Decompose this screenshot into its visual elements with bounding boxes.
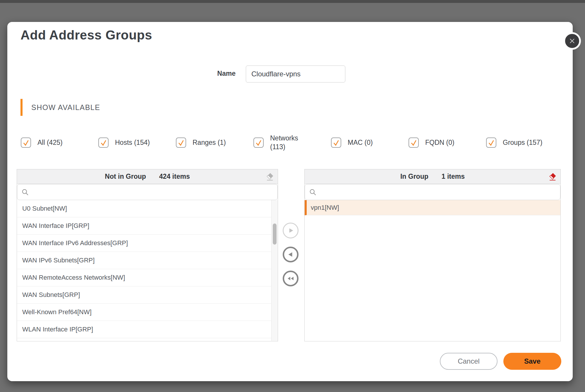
page-title: Add Address Groups bbox=[20, 28, 152, 42]
filter-ranges: Ranges (1) bbox=[176, 134, 253, 152]
remove-from-group-button[interactable] bbox=[283, 247, 298, 262]
section-heading: SHOW AVAILABLE bbox=[31, 103, 100, 112]
checkbox-all[interactable] bbox=[21, 137, 31, 148]
checkbox-networks[interactable] bbox=[253, 137, 264, 148]
filter-label: Networks (113) bbox=[270, 134, 314, 152]
add-address-groups-dialog: Add Address Groups Name SHOW AVAILABLE A… bbox=[7, 22, 573, 381]
list-item[interactable]: WAN IPv6 Subnets[GRP] bbox=[17, 252, 271, 269]
clear-search-button[interactable] bbox=[265, 172, 274, 181]
list-item[interactable]: WAN Interface IP[GRP] bbox=[17, 217, 271, 235]
search-icon bbox=[309, 188, 317, 196]
scrollbar-thumb[interactable] bbox=[273, 223, 277, 245]
filter-fqdn: FQDN (0) bbox=[409, 134, 486, 152]
show-available-section: SHOW AVAILABLE bbox=[20, 99, 100, 116]
checkbox-mac[interactable] bbox=[331, 137, 341, 148]
move-to-group-button[interactable] bbox=[283, 223, 298, 238]
not-in-group-list: U0 Subnet[NW] WAN Interface IP[GRP] WAN … bbox=[17, 200, 278, 341]
type-filter-row: All (425) Hosts (154) Ranges (1) Network… bbox=[21, 134, 564, 152]
check-icon bbox=[254, 138, 263, 147]
eraser-icon bbox=[265, 172, 274, 181]
list-item[interactable]: U0 Subnet[NW] bbox=[17, 200, 271, 217]
check-icon bbox=[177, 138, 186, 147]
page-top-band bbox=[0, 0, 585, 3]
check-icon bbox=[409, 138, 418, 147]
panel-count: 424 items bbox=[159, 173, 190, 180]
cancel-button[interactable]: Cancel bbox=[440, 353, 497, 370]
panel-title: In Group bbox=[400, 173, 428, 180]
check-icon bbox=[332, 138, 341, 147]
filter-label: All (425) bbox=[37, 138, 63, 147]
search-icon bbox=[21, 188, 29, 196]
filter-groups: Groups (157) bbox=[486, 134, 564, 152]
filter-label: Ranges (1) bbox=[193, 138, 226, 147]
list-item[interactable]: WLAN Interface IP[GRP] bbox=[17, 321, 271, 338]
checkbox-fqdn[interactable] bbox=[409, 137, 419, 148]
arrow-left-icon bbox=[287, 251, 294, 258]
filter-mac: MAC (0) bbox=[331, 134, 409, 152]
panel-count: 1 items bbox=[442, 173, 465, 180]
not-in-group-header: Not in Group 424 items bbox=[17, 169, 278, 184]
checkbox-groups[interactable] bbox=[486, 137, 496, 148]
not-in-group-panel: Not in Group 424 items U0 Subnet[NW] WAN… bbox=[17, 169, 278, 341]
scrollbar-track[interactable] bbox=[271, 200, 278, 341]
list-item-selected[interactable]: vpn1[NW] bbox=[305, 200, 560, 215]
clear-group-button[interactable] bbox=[548, 172, 557, 181]
remove-all-from-group-button[interactable] bbox=[283, 271, 298, 286]
filter-label: Groups (157) bbox=[503, 138, 543, 147]
eraser-red-icon bbox=[548, 172, 557, 181]
filter-hosts: Hosts (154) bbox=[98, 134, 176, 152]
list-item[interactable]: Well-Known Pref64[NW] bbox=[17, 304, 271, 321]
filter-label: MAC (0) bbox=[348, 138, 373, 147]
filter-all: All (425) bbox=[21, 134, 98, 152]
in-group-searchbar bbox=[305, 184, 560, 200]
list-item[interactable]: WAN RemoteAccess Networks[NW] bbox=[17, 269, 271, 286]
accent-bar bbox=[20, 99, 23, 116]
not-in-group-searchbar bbox=[17, 184, 278, 200]
close-icon bbox=[569, 37, 576, 44]
in-group-header: In Group 1 items bbox=[305, 169, 560, 184]
filter-label: Hosts (154) bbox=[115, 138, 150, 147]
save-button[interactable]: Save bbox=[503, 353, 561, 370]
checkbox-ranges[interactable] bbox=[176, 137, 186, 148]
name-field[interactable] bbox=[246, 66, 345, 82]
close-button[interactable] bbox=[563, 32, 581, 50]
in-group-search-input[interactable] bbox=[305, 184, 560, 200]
name-field-label: Name bbox=[183, 70, 236, 78]
not-in-group-search-input[interactable] bbox=[17, 184, 277, 200]
arrow-right-icon bbox=[287, 227, 294, 234]
check-icon bbox=[99, 138, 108, 147]
list-item[interactable]: WAN Interface IPv6 Addresses[GRP] bbox=[17, 235, 271, 252]
check-icon bbox=[487, 138, 496, 147]
filter-label: FQDN (0) bbox=[425, 138, 454, 147]
checkbox-hosts[interactable] bbox=[98, 137, 109, 148]
list-item[interactable]: WAN Subnets[GRP] bbox=[17, 286, 271, 304]
in-group-list: vpn1[NW] bbox=[305, 200, 560, 341]
double-arrow-left-icon bbox=[287, 274, 295, 283]
filter-networks: Networks (113) bbox=[253, 134, 331, 152]
panel-title: Not in Group bbox=[105, 173, 146, 180]
check-icon bbox=[22, 138, 30, 147]
in-group-panel: In Group 1 items vpn1[NW] bbox=[304, 169, 561, 341]
